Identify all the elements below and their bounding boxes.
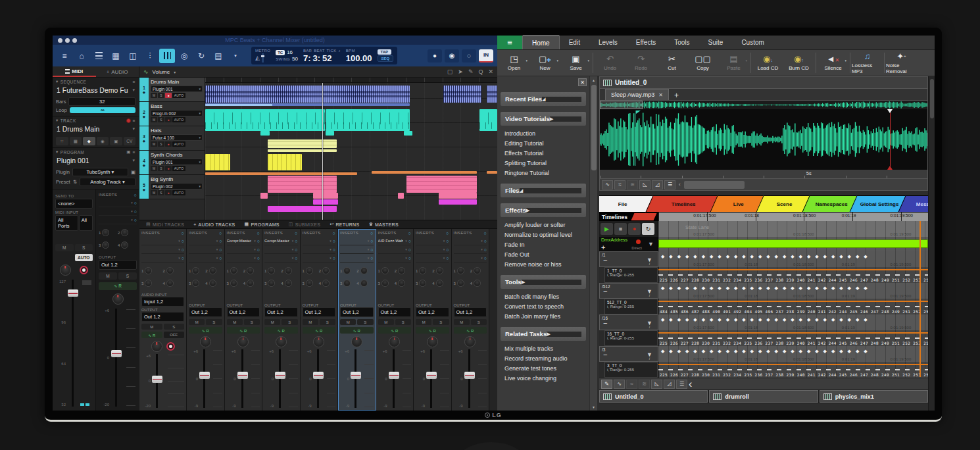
solo-button[interactable]: S	[433, 319, 449, 325]
close-tab-icon[interactable]: ✕	[658, 92, 663, 98]
solo-button[interactable]: S	[395, 319, 411, 325]
paste-button[interactable]: ▤Paste▾	[718, 51, 749, 75]
track-plugin-select[interactable]: Plugin 001▾	[151, 86, 203, 92]
sidebar-link[interactable]: Record streaming audio	[504, 353, 586, 363]
preset-select[interactable]: Analog Twack ▾	[80, 178, 135, 186]
timecorrect-button[interactable]: TC	[276, 50, 285, 55]
input-monitor-button[interactable]: IN	[479, 49, 493, 63]
clip-synth-chords[interactable]	[260, 193, 268, 199]
send-knob[interactable]	[102, 241, 109, 249]
sidebar-close-icon[interactable]: ✕	[578, 78, 587, 86]
clip-automation[interactable]	[372, 171, 477, 174]
file-tab[interactable]: Sleep Away.mp3✕	[605, 89, 669, 100]
play-button[interactable]: ▶	[600, 223, 613, 235]
track-row[interactable]: 5◆ Big Synth Plugin 002▾ M S ●	[139, 175, 205, 199]
output-select[interactable]: Out 1,2	[340, 307, 374, 317]
track-solo-button[interactable]: S	[158, 166, 164, 171]
send-knob[interactable]	[343, 267, 351, 274]
playback-cursor[interactable]	[890, 109, 891, 170]
mute-button[interactable]: M	[227, 319, 243, 325]
dmx-subtrack-header[interactable]: 512_TT_0 i, Range: 0-255	[599, 299, 658, 314]
insert-slot[interactable]: ▾○	[141, 237, 184, 245]
ramp-tool-icon[interactable]: ≋	[639, 380, 650, 389]
power-icon[interactable]: ○	[257, 231, 260, 236]
output-select[interactable]: Out 1,2	[378, 307, 412, 317]
plugin-editor-icon[interactable]: ▣	[131, 169, 135, 175]
section-tools[interactable]: Tools▶	[501, 275, 586, 289]
fader-thumb[interactable]	[426, 372, 437, 379]
expand-caret-icon[interactable]: ▼	[648, 241, 654, 247]
fade-out-tool-icon[interactable]: ◿	[664, 380, 675, 389]
loop-toggle[interactable]: ∞	[70, 107, 135, 113]
track-solo-button[interactable]: S	[158, 141, 164, 147]
sidebar-link[interactable]: Live voice changing	[504, 373, 586, 383]
pan-knob[interactable]	[313, 336, 324, 347]
track-number-badge[interactable]: 3◆	[139, 126, 149, 150]
automation-read-button[interactable]: ∿ R	[227, 327, 260, 334]
value-lane[interactable]: 225 226 227 228 230 231 232 234 235 236 …	[658, 330, 928, 346]
punch-button[interactable]: ◌	[462, 49, 476, 63]
marker-start-icon[interactable]: ◺	[639, 180, 650, 189]
track-type-cv[interactable]: CV	[124, 137, 136, 145]
fader-thumb[interactable]	[152, 376, 162, 383]
send-knob[interactable]	[285, 280, 292, 287]
sidebar-link[interactable]: Generate test tones	[504, 363, 586, 373]
pencil-tool-icon[interactable]: ✎	[601, 380, 612, 389]
track-type-drum[interactable]: ∷	[56, 137, 68, 145]
ribbon-tab[interactable]: Custom	[732, 36, 773, 49]
dmx-address-lane[interactable]	[658, 237, 928, 251]
tab-timelines[interactable]: Timelines	[645, 195, 722, 213]
sidebar-link[interactable]: Fade In	[504, 239, 586, 249]
send-knob[interactable]	[102, 229, 109, 236]
app-menu-icon[interactable]: ≡	[497, 36, 522, 49]
collapse-button[interactable]: −	[603, 351, 607, 358]
dmx-track-header[interactable]: /16 − ▼ i	[599, 314, 658, 330]
fader-thumb[interactable]	[275, 372, 285, 379]
track-record-button[interactable]: ●	[165, 117, 172, 122]
collapse-caret-icon[interactable]: ▾	[56, 118, 59, 123]
insert-slot[interactable]: Compr.Master▾○	[227, 237, 260, 245]
send-knob[interactable]	[209, 267, 216, 274]
dmx-subtrack-header[interactable]: 3_TT_0 i, Range: 0-255	[599, 362, 658, 378]
state-lane[interactable]: State Lane 0:01:17:500 0:01:18:500 0:01:…	[658, 221, 928, 237]
clip-hats[interactable]	[268, 139, 336, 148]
tick-value[interactable]: 52	[322, 53, 331, 63]
track-solo-button[interactable]: S	[158, 117, 164, 122]
cycle-icon[interactable]: ↻	[193, 49, 209, 63]
mute-button[interactable]: M	[99, 272, 117, 280]
pan-knob[interactable]	[151, 341, 162, 352]
mute-button[interactable]: M	[141, 324, 162, 330]
seq-button[interactable]: SEQ	[378, 55, 394, 62]
value-lane[interactable]: 484 485 486 487 488 490 491 492 494 495 …	[658, 299, 928, 314]
track-solo-button[interactable]: S	[158, 93, 164, 98]
pan-knob[interactable]	[389, 336, 400, 347]
clip-bass[interactable]	[479, 109, 497, 131]
track-name[interactable]: Drums Main	[151, 79, 203, 85]
section-recent-files[interactable]: Recent Files◢	[501, 92, 586, 106]
waveform-display[interactable]	[599, 109, 928, 170]
sidebar-link[interactable]: Mix multiple tracks	[504, 343, 586, 353]
zoom-in-icon[interactable]: ≋	[627, 180, 638, 189]
mute-button[interactable]: M	[55, 244, 74, 251]
tab-midi[interactable]: MIDI	[53, 66, 96, 77]
dmx-subtrack-header[interactable]: 1_TT_0 i, Range: 0-255	[599, 267, 658, 283]
send-knob[interactable]	[474, 280, 481, 287]
fader-track[interactable]	[199, 349, 210, 408]
insert-slot[interactable]: ▾○	[378, 245, 412, 254]
dmx-track-header[interactable]: /512 − ▼ i	[599, 283, 658, 299]
mixer-icon[interactable]	[159, 49, 175, 63]
dmx-playhead[interactable]	[919, 221, 921, 377]
insert-slot[interactable]: ▾○	[454, 254, 487, 262]
keyframe-lane[interactable]: ◆ ◆ ◆ ◆ ◆ ◆ ◆ ◆ ◆ ◆ ◆ ◆ ◆ ◆ ◆ ◆ ◆ ◆ ◆ ◆ …	[658, 283, 928, 299]
mute-button[interactable]: M	[416, 319, 431, 325]
sidebar-link[interactable]: Editing Tutorial	[504, 138, 586, 148]
midi-input-channel-select[interactable]: All	[79, 215, 93, 231]
keyframes[interactable]: ◆ ◆ ◆ ◆ ◆ ◆ ◆ ◆ ◆ ◆ ◆ ◆ ◆ ◆ ◆ ◆ ◆ ◆ ◆ ◆ …	[661, 317, 868, 322]
track-solo-button[interactable]: S	[158, 190, 164, 195]
swing-value[interactable]: 50	[292, 56, 298, 62]
clip-big-synth[interactable]	[439, 199, 477, 205]
send-knob[interactable]	[398, 280, 405, 287]
clip-drums[interactable]	[443, 86, 481, 103]
clip-drums[interactable]	[487, 86, 497, 103]
qlink-tool-icon[interactable]: Q	[478, 68, 483, 75]
